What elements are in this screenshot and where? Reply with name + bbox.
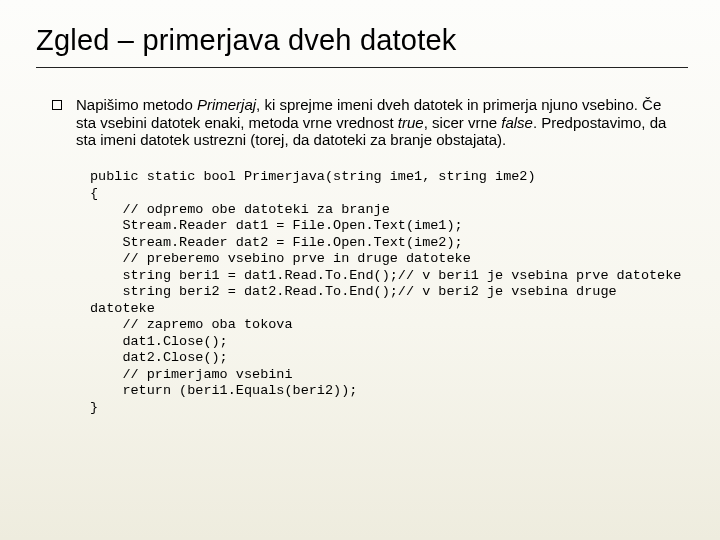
slide-title: Zgled – primerjava dveh datotek bbox=[36, 24, 688, 68]
para-i2: true bbox=[398, 114, 424, 131]
para-i3: false bbox=[501, 114, 533, 131]
paragraph: Napišimo metodo Primerjaj, ki sprejme im… bbox=[76, 96, 676, 149]
para-t1: Napišimo metodo bbox=[76, 96, 197, 113]
para-t3: , sicer vrne bbox=[424, 114, 502, 131]
code-block: public static bool Primerjava(string ime… bbox=[90, 169, 688, 416]
para-i1: Primerjaj bbox=[197, 96, 256, 113]
bullet-row: Napišimo metodo Primerjaj, ki sprejme im… bbox=[52, 96, 688, 149]
square-bullet-icon bbox=[52, 100, 62, 110]
